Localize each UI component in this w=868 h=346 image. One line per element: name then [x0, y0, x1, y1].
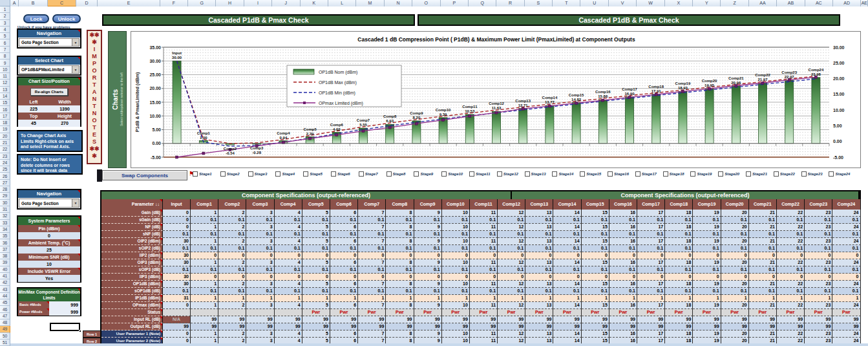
table-cell[interactable]: 22 [777, 330, 805, 338]
table-cell[interactable]: 14 [553, 330, 581, 338]
checkbox-stage10[interactable] [441, 171, 447, 177]
table-cell[interactable]: 21 [749, 210, 777, 217]
table-cell[interactable]: 12 [498, 210, 525, 217]
table-cell[interactable]: Pwr [777, 309, 805, 316]
table-cell[interactable]: 23 [805, 210, 832, 217]
table-cell[interactable]: 3 [246, 281, 274, 288]
table-cell[interactable]: 0.1 [749, 245, 777, 252]
table-cell[interactable]: 0.1 [693, 245, 721, 252]
table-cell[interactable]: 0.1 [218, 217, 246, 224]
table-cell[interactable]: 0 [414, 274, 442, 281]
checkbox-stage12[interactable] [497, 171, 502, 177]
table-cell[interactable]: 0.1 [442, 245, 470, 252]
row-header-14[interactable]: 14 [0, 93, 10, 100]
table-cell[interactable]: 0.1 [721, 245, 749, 252]
table-cell[interactable]: 21 [749, 224, 777, 231]
table-cell[interactable]: 0 [218, 274, 246, 281]
param-value[interactable]: 10 [18, 261, 80, 268]
column-header-H[interactable]: H [216, 0, 244, 6]
table-cell[interactable]: 0 [749, 252, 777, 259]
table-cell[interactable]: 0.1 [442, 266, 470, 274]
table-cell[interactable]: 1 [191, 238, 218, 245]
table-cell[interactable]: 99 [749, 323, 777, 330]
table-cell[interactable]: 0.1 [721, 217, 749, 224]
row-header-37[interactable]: 37 [0, 246, 10, 253]
table-cell[interactable]: 12 [498, 238, 525, 245]
table-cell[interactable]: 17 [637, 259, 665, 266]
table-cell[interactable]: 23 [805, 281, 832, 288]
row-header-45[interactable]: 45 [0, 299, 10, 306]
table-cell[interactable]: 0 [275, 274, 302, 281]
row-header-12[interactable]: 12 [0, 80, 10, 86]
table-cell[interactable]: Pwr [832, 309, 860, 316]
table-cell[interactable]: 2 [218, 224, 246, 231]
table-cell[interactable]: 99 [218, 316, 246, 323]
row-header-5[interactable]: 5 [0, 33, 10, 39]
table-cell[interactable]: Pwr [721, 309, 749, 316]
column-header-U[interactable]: U [580, 0, 608, 6]
table-cell[interactable]: 0.1 [525, 217, 553, 224]
table-cell[interactable]: 99 [609, 316, 637, 323]
row-header-35[interactable]: 35 [0, 233, 10, 239]
table-cell[interactable]: 0.1 [218, 288, 246, 295]
table-cell[interactable]: 0.1 [302, 217, 330, 224]
column-header-K[interactable]: K [301, 0, 328, 6]
table-cell[interactable]: 3 [246, 259, 274, 266]
table-cell[interactable]: 99 [163, 323, 191, 330]
table-cell[interactable]: 13 [525, 238, 553, 245]
table-cell[interactable]: 99 [693, 316, 721, 323]
table-cell[interactable]: 8 [386, 224, 414, 231]
table-cell[interactable]: 0.1 [832, 245, 860, 252]
row-header-30[interactable]: 30 [0, 200, 10, 206]
table-cell[interactable]: Pwr [470, 309, 498, 316]
checkbox-stage23[interactable] [801, 171, 807, 177]
table-cell[interactable]: 99 [832, 316, 860, 323]
table-cell[interactable] [218, 309, 246, 316]
table-cell[interactable]: 18 [665, 330, 693, 338]
row-header-1[interactable]: 1 [0, 6, 10, 13]
table-cell[interactable]: Pwr [805, 309, 832, 316]
table-cell[interactable]: 0.1 [665, 266, 693, 274]
table-cell[interactable]: Pwr [665, 309, 693, 316]
table-cell[interactable]: 0.1 [582, 266, 609, 274]
table-cell[interactable]: Pwr [525, 309, 553, 316]
row-header-36[interactable]: 36 [0, 239, 10, 246]
table-cell[interactable]: 19 [693, 210, 721, 217]
table-cell[interactable]: 0.1 [218, 231, 246, 238]
table-cell[interactable]: 99 [693, 323, 721, 330]
table-cell[interactable]: 0.1 [191, 231, 218, 238]
row-header-19[interactable]: 19 [0, 126, 10, 133]
row-header-33[interactable]: 33 [0, 220, 10, 226]
column-header-S[interactable]: S [525, 0, 553, 6]
table-cell[interactable]: 99 [386, 316, 414, 323]
table-cell[interactable]: 18 [665, 281, 693, 288]
table-cell[interactable]: 9 [414, 302, 442, 309]
column-header-AA[interactable]: AA [749, 0, 777, 6]
column-header-Q[interactable]: Q [469, 0, 496, 6]
table-cell[interactable]: 0.1 [442, 231, 470, 238]
table-cell[interactable]: 99 [637, 323, 665, 330]
table-cell[interactable]: 2 [218, 330, 246, 338]
table-cell[interactable]: 0 [805, 274, 832, 281]
table-cell[interactable]: 99 [442, 323, 470, 330]
chevron-down-icon[interactable]: ▼ [72, 39, 79, 46]
table-cell[interactable]: 0.1 [386, 266, 414, 274]
table-cell[interactable]: 0.1 [275, 245, 302, 252]
table-cell[interactable]: 0 [525, 274, 553, 281]
row-header-44[interactable]: 44 [0, 293, 10, 299]
table-cell[interactable]: 3 [246, 238, 274, 245]
table-cell[interactable]: 1 [442, 295, 470, 302]
table-cell[interactable]: 13 [525, 330, 553, 338]
checkbox-stage4[interactable] [275, 171, 281, 177]
table-cell[interactable]: 0.1 [525, 288, 553, 295]
table-cell[interactable]: 30 [163, 259, 191, 266]
table-cell[interactable]: 10 [442, 302, 470, 309]
row-header-43[interactable]: 43 [0, 286, 10, 292]
table-cell[interactable]: 0.1 [665, 245, 693, 252]
table-cell[interactable]: 1 [414, 295, 442, 302]
table-cell[interactable]: 14 [553, 210, 581, 217]
checkbox-stage8[interactable] [386, 171, 392, 177]
table-cell[interactable]: 0.1 [275, 231, 302, 238]
table-cell[interactable]: 0.1 [609, 266, 637, 274]
table-cell[interactable]: 10 [442, 210, 470, 217]
